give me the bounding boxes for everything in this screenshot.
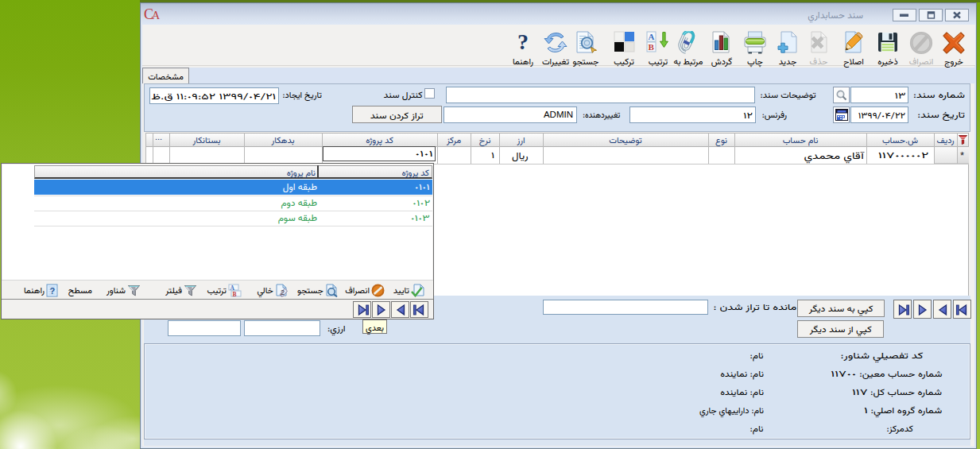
- svg-text:B: B: [649, 42, 655, 52]
- svg-text:?: ?: [517, 31, 529, 54]
- svg-text:2: 2: [281, 288, 285, 297]
- svg-text:?: ?: [50, 286, 56, 296]
- svg-text:B: B: [233, 291, 237, 298]
- svg-text:A: A: [649, 32, 655, 41]
